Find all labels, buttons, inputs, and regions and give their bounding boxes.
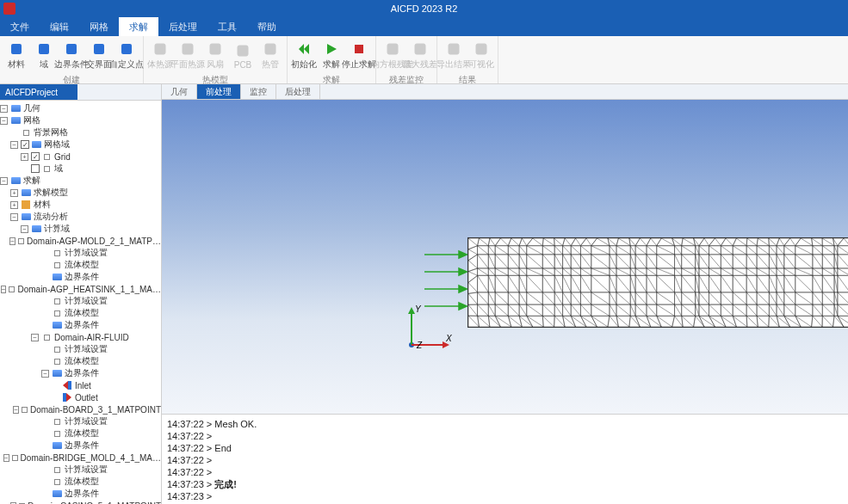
svg-rect-3 (94, 44, 104, 54)
tree-node[interactable]: −网格 (0, 114, 161, 126)
svg-marker-12 (327, 44, 337, 54)
svg-rect-9 (265, 44, 275, 54)
tree-node[interactable]: 流体模型 (0, 476, 161, 488)
tree-node[interactable]: 计算域设置 (0, 343, 161, 355)
tree-node[interactable]: −Domain-CASING_5_1_MATPOINT (0, 500, 161, 504)
collapse-icon[interactable]: − (21, 225, 28, 233)
initialize-button[interactable]: 初始化 (291, 38, 317, 74)
tree-node[interactable]: −边界条件 (0, 367, 161, 379)
stop-icon (351, 41, 367, 57)
tree-node-label: 域 (54, 163, 63, 175)
tree-node-label: 网格 (23, 114, 40, 126)
collapse-icon[interactable]: − (0, 177, 8, 185)
tree-node[interactable]: 流体模型 (0, 259, 161, 271)
tree-node[interactable]: −Domain-AGP_HEATSINK_1_1_MA… (0, 283, 161, 295)
export-result-button: 导出结果 (441, 38, 467, 74)
interface-button[interactable]: 交界面 (86, 38, 112, 74)
tree-node[interactable]: −流动分析 (0, 211, 161, 223)
item-icon (52, 261, 62, 269)
domain-button[interactable]: 域 (31, 38, 57, 74)
menu-网格[interactable]: 网格 (79, 17, 119, 36)
folder-icon (31, 224, 41, 233)
tree-node[interactable]: +求解模型 (0, 187, 161, 199)
ribbon-group-求解: 初始化求解停止求解求解 (288, 36, 376, 83)
tree-node[interactable]: 计算域设置 (0, 247, 161, 259)
tree-node[interactable]: 边界条件 (0, 488, 161, 500)
svg-rect-1 (39, 44, 49, 54)
tree-node[interactable]: −几何 (0, 102, 161, 114)
tree-node[interactable]: Inlet (0, 379, 161, 391)
tree-node[interactable]: 边界条件 (0, 319, 161, 331)
tree-node[interactable]: Outlet (0, 391, 161, 403)
tree-node-label: 背景网格 (34, 126, 68, 138)
tree-node[interactable]: 计算域设置 (0, 464, 161, 476)
expand-icon[interactable]: + (21, 153, 28, 161)
collapse-icon[interactable]: − (9, 237, 15, 245)
expand-icon[interactable]: + (10, 201, 18, 209)
view-tab-后处理[interactable]: 后处理 (276, 84, 320, 99)
console-line: 14:37:22 > End (167, 442, 843, 454)
tree-node[interactable]: −✓网格域 (0, 138, 161, 151)
menu-工具[interactable]: 工具 (207, 17, 247, 36)
collapse-icon[interactable]: − (13, 406, 19, 414)
tree-node[interactable]: −Domain-BRIDGE_MOLD_4_1_MA… (0, 452, 161, 464)
visualize-button: 可视化 (468, 38, 494, 74)
tree-node[interactable]: 边界条件 (0, 439, 161, 452)
view-tab-几何[interactable]: 几何 (162, 84, 197, 99)
viewport-3d[interactable]: Y X Z (162, 100, 848, 414)
menu-bar: 文件编辑网格求解后处理工具帮助 (0, 17, 848, 36)
collapse-icon[interactable]: − (0, 105, 8, 113)
checkbox[interactable]: ✓ (31, 152, 40, 161)
project-tree[interactable]: −几何−网格背景网格−✓网格域+✓Grid域−求解+求解模型+材料−流动分析−计… (0, 101, 161, 504)
heat-pipe-button: 热管 (257, 38, 283, 74)
collapse-icon[interactable]: − (10, 141, 18, 149)
boundary-icon (64, 41, 79, 57)
view-tab-监控[interactable]: 监控 (241, 84, 276, 99)
collapse-icon[interactable]: − (0, 117, 8, 125)
output-console[interactable]: 14:37:22 > Mesh OK.14:37:22 >14:37:22 > … (162, 414, 848, 504)
tree-node[interactable]: −Domain-AGP-MOLD_2_1_MATP… (0, 235, 161, 247)
svg-rect-2 (66, 44, 77, 54)
checkbox[interactable] (31, 164, 40, 173)
svg-rect-0 (11, 44, 22, 54)
menu-文件[interactable]: 文件 (0, 17, 40, 36)
material-button[interactable]: 材料 (3, 38, 29, 74)
view-tab-前处理[interactable]: 前处理 (197, 84, 241, 99)
collapse-icon[interactable]: − (10, 213, 18, 221)
boundary-button[interactable]: 边界条件 (59, 38, 84, 74)
collapse-icon[interactable]: − (41, 370, 49, 378)
collapse-icon[interactable]: − (31, 334, 39, 341)
menu-后处理[interactable]: 后处理 (158, 17, 207, 36)
menu-编辑[interactable]: 编辑 (40, 17, 79, 36)
tree-node[interactable]: 流体模型 (0, 307, 161, 319)
expand-icon[interactable]: + (10, 189, 18, 197)
collapse-icon[interactable]: − (3, 454, 9, 462)
tree-node[interactable]: +材料 (0, 199, 161, 211)
stop-button[interactable]: 停止求解 (346, 38, 372, 74)
tree-node[interactable]: −Domain-AIR-FLUID (0, 331, 161, 343)
folder-icon (10, 176, 21, 185)
solve-icon (324, 41, 339, 57)
tree-node[interactable]: 流体模型 (0, 355, 161, 367)
tree-node[interactable]: −求解 (0, 175, 161, 187)
item-icon (52, 297, 62, 305)
menu-帮助[interactable]: 帮助 (247, 17, 287, 36)
checkbox[interactable]: ✓ (21, 140, 29, 149)
tree-node[interactable]: 边界条件 (0, 271, 161, 283)
item-icon (52, 249, 62, 257)
tree-node-label: 边界条件 (65, 319, 99, 331)
tree-node[interactable]: 计算域设置 (0, 415, 161, 427)
tree-node-label: 网格域 (44, 138, 70, 151)
tree-node[interactable]: 域 (0, 163, 161, 175)
collapse-icon[interactable]: − (1, 286, 7, 293)
menu-求解[interactable]: 求解 (119, 17, 158, 36)
tree-node[interactable]: +✓Grid (0, 151, 161, 163)
tree-node[interactable]: 计算域设置 (0, 295, 161, 307)
tree-node[interactable]: −Domain-BOARD_3_1_MATPOINT (0, 403, 161, 415)
tree-node[interactable]: 流体模型 (0, 427, 161, 439)
solve-button[interactable]: 求解 (319, 38, 344, 74)
tree-node[interactable]: −计算域 (0, 223, 161, 235)
tree-node[interactable]: 背景网格 (0, 126, 161, 138)
project-tab[interactable]: AICFDProject (0, 84, 77, 100)
custom-point-button[interactable]: 自定义点 (114, 38, 139, 74)
